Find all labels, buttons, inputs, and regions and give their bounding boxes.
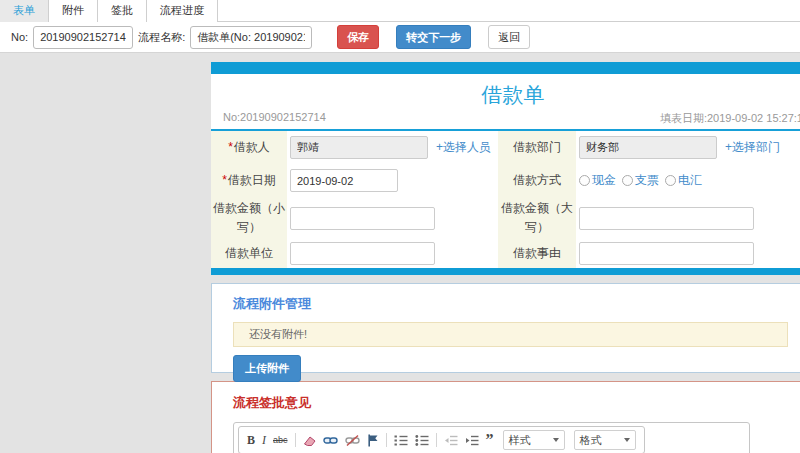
radio-label: 支票 — [635, 172, 659, 189]
upload-attachment-button[interactable]: 上传附件 — [233, 355, 301, 382]
amount-lower-cell — [287, 197, 498, 239]
format-dropdown-label: 格式 — [580, 433, 602, 448]
form-fill-date-text: 填表日期:2019-09-02 15:27:1 — [660, 111, 800, 126]
numbered-list-icon[interactable] — [394, 434, 408, 447]
loan-method-label: 借款方式 — [498, 164, 576, 197]
department-cell: +选择部门 — [576, 131, 800, 164]
strikethrough-icon[interactable]: abc — [273, 436, 288, 445]
label-caption: 借款方式 — [513, 171, 561, 190]
loan-unit-label: 借款单位 — [211, 239, 287, 268]
italic-icon[interactable]: I — [262, 434, 266, 446]
forward-next-step-button[interactable]: 转交下一步 — [396, 25, 471, 49]
chevron-down-icon — [624, 438, 630, 442]
label-caption: 借款事由 — [513, 244, 561, 263]
bulleted-list-icon[interactable] — [415, 434, 429, 447]
form-info-row: No:20190902152714 填表日期:2019-09-02 15:27:… — [211, 111, 800, 129]
toolbar: No: 流程名称: 保存 转交下一步 返回 — [0, 22, 800, 53]
chevron-down-icon — [553, 438, 559, 442]
form-document-area: 借款单 No:20190902152714 填表日期:2019-09-02 15… — [211, 62, 800, 453]
label-text: *借款日期 — [222, 171, 276, 190]
borrower-label: *借款人 — [211, 131, 287, 164]
loan-date-label: *借款日期 — [211, 164, 287, 197]
approval-panel: 流程签批意见 B I abc — [211, 381, 800, 453]
radio-label: 电汇 — [678, 172, 702, 189]
link-icon[interactable] — [323, 434, 338, 447]
flow-name-label: 流程名称: — [138, 30, 185, 45]
cheque-radio[interactable]: 支票 — [622, 172, 659, 189]
no-label: No: — [11, 31, 28, 43]
required-marker: * — [228, 140, 233, 154]
tab-bar: 表单 附件 签批 流程进度 — [0, 0, 800, 22]
save-button[interactable]: 保存 — [337, 25, 379, 49]
anchor-flag-icon[interactable] — [367, 434, 379, 447]
attachments-title: 流程附件管理 — [212, 284, 800, 313]
amount-lower-label: 借款金额（小写） — [211, 197, 287, 239]
tab-sign-approve[interactable]: 签批 — [98, 0, 147, 22]
loan-date-input[interactable] — [290, 169, 398, 192]
back-button[interactable]: 返回 — [488, 25, 530, 49]
form-fields-table: *借款人 +选择人员 借款部门 +选择部门 *借款日期 借款方式 — [211, 131, 800, 268]
borrower-cell: +选择人员 — [287, 131, 498, 164]
amount-upper-cell — [576, 197, 800, 239]
department-input[interactable] — [579, 136, 717, 159]
loan-date-cell — [287, 164, 498, 197]
flow-name-input[interactable] — [190, 26, 312, 49]
loan-form-panel: 借款单 No:20190902152714 填表日期:2019-09-02 15… — [211, 62, 800, 275]
required-marker: * — [222, 173, 227, 187]
department-label: 借款部门 — [498, 131, 576, 164]
editor-toolbar: B I abc — [238, 426, 645, 453]
indent-icon[interactable] — [465, 434, 479, 447]
bold-icon[interactable]: B — [247, 434, 255, 446]
editor-toolbar-row: B I abc — [234, 423, 749, 453]
form-title: 借款单 — [211, 74, 800, 111]
amount-upper-label: 借款金额（大写） — [498, 197, 576, 239]
loan-unit-cell — [287, 239, 498, 268]
select-person-link[interactable]: +选择人员 — [436, 139, 491, 156]
approval-title: 流程签批意见 — [212, 382, 800, 412]
wire-transfer-radio[interactable]: 电汇 — [665, 172, 702, 189]
outdent-icon[interactable] — [444, 434, 458, 447]
styles-dropdown[interactable]: 样式 — [503, 430, 565, 450]
radio-icon — [665, 175, 676, 186]
form-no-text: No:20190902152714 — [223, 111, 326, 126]
label-caption: 借款金额（大写） — [500, 199, 574, 237]
toolbar-separator — [295, 433, 296, 447]
loan-unit-input[interactable] — [290, 242, 435, 265]
tab-form[interactable]: 表单 — [0, 0, 49, 22]
radio-label: 现金 — [592, 172, 616, 189]
attachments-panel: 流程附件管理 还没有附件! 上传附件 — [211, 283, 800, 373]
format-dropdown[interactable]: 格式 — [574, 430, 636, 450]
select-department-link[interactable]: +选择部门 — [725, 139, 780, 156]
tab-attachments[interactable]: 附件 — [49, 0, 98, 22]
toolbar-separator — [386, 433, 387, 447]
label-text: *借款人 — [228, 138, 270, 157]
borrower-input[interactable] — [290, 136, 428, 159]
label-caption: 借款日期 — [228, 173, 276, 187]
unlink-icon[interactable] — [345, 434, 360, 447]
amount-lower-input[interactable] — [290, 207, 435, 230]
label-caption: 借款金额（小写） — [213, 199, 285, 237]
tab-flow-progress[interactable]: 流程进度 — [147, 0, 218, 22]
label-caption: 借款人 — [234, 140, 270, 154]
styles-dropdown-label: 样式 — [509, 433, 531, 448]
amount-upper-input[interactable] — [579, 207, 754, 230]
rich-text-editor: B I abc — [233, 422, 750, 453]
cash-radio[interactable]: 现金 — [579, 172, 616, 189]
form-header-bar — [211, 62, 800, 74]
radio-icon — [579, 175, 590, 186]
loan-method-cell: 现金 支票 电汇 — [576, 164, 800, 197]
form-footer-bar — [211, 268, 800, 275]
label-caption: 借款部门 — [513, 138, 561, 157]
radio-icon — [622, 175, 633, 186]
loan-reason-input[interactable] — [579, 242, 754, 265]
no-input[interactable] — [33, 26, 133, 49]
remove-format-icon[interactable] — [303, 434, 316, 447]
label-caption: 借款单位 — [225, 244, 273, 263]
toolbar-separator — [436, 433, 437, 447]
blockquote-icon[interactable]: ” — [486, 435, 494, 445]
no-attachments-alert: 还没有附件! — [233, 322, 788, 347]
loan-reason-cell — [576, 239, 800, 268]
loan-reason-label: 借款事由 — [498, 239, 576, 268]
loan-method-radio-group: 现金 支票 电汇 — [579, 172, 708, 189]
